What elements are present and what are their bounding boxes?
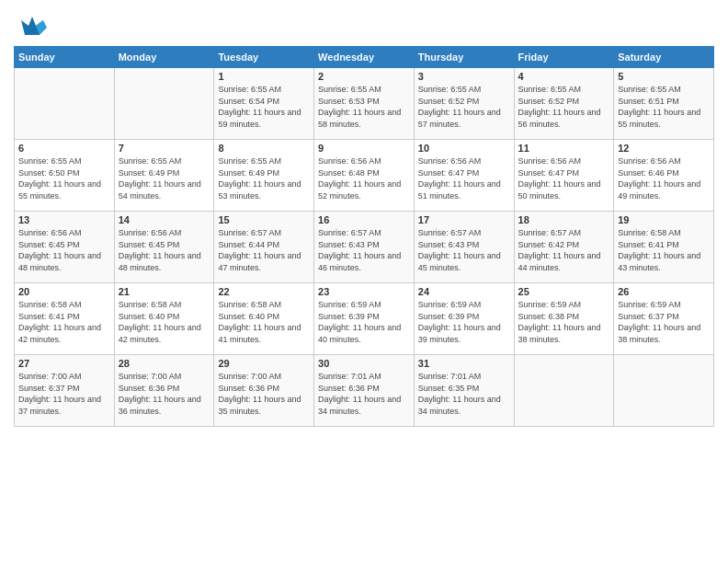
day-number: 5 — [618, 71, 710, 82]
calendar-table: SundayMondayTuesdayWednesdayThursdayFrid… — [14, 46, 714, 427]
day-number: 8 — [218, 143, 310, 154]
day-number: 17 — [418, 214, 510, 225]
sunset-text: Sunset: 6:53 PM — [318, 96, 410, 108]
sunset-text: Sunset: 6:36 PM — [119, 383, 210, 395]
calendar-cell: 8Sunrise: 6:55 AMSunset: 6:49 PMDaylight… — [214, 140, 314, 212]
calendar-cell — [15, 68, 115, 140]
calendar-cell — [114, 68, 214, 140]
logo-icon — [17, 9, 47, 39]
day-info: Sunrise: 6:55 AMSunset: 6:52 PMDaylight:… — [418, 84, 510, 130]
calendar-cell: 15Sunrise: 6:57 AMSunset: 6:44 PMDayligh… — [214, 212, 314, 283]
sunset-text: Sunset: 6:41 PM — [618, 239, 710, 251]
daylight-text: Daylight: 11 hours and 50 minutes. — [518, 178, 610, 201]
sunset-text: Sunset: 6:46 PM — [618, 167, 710, 179]
calendar-cell: 9Sunrise: 6:56 AMSunset: 6:48 PMDaylight… — [314, 140, 415, 212]
sunset-text: Sunset: 6:52 PM — [518, 96, 610, 108]
day-number: 31 — [418, 358, 510, 369]
day-number: 25 — [518, 286, 610, 297]
header-tuesday: Tuesday — [214, 47, 314, 68]
sunset-text: Sunset: 6:50 PM — [18, 167, 110, 179]
calendar-cell: 1Sunrise: 6:55 AMSunset: 6:54 PMDaylight… — [214, 68, 314, 140]
calendar-cell: 11Sunrise: 6:56 AMSunset: 6:47 PMDayligh… — [514, 140, 614, 212]
daylight-text: Daylight: 11 hours and 58 minutes. — [318, 107, 410, 130]
calendar-cell: 16Sunrise: 6:57 AMSunset: 6:43 PMDayligh… — [314, 212, 415, 283]
calendar-cell: 3Sunrise: 6:55 AMSunset: 6:52 PMDaylight… — [414, 68, 514, 140]
calendar-cell: 6Sunrise: 6:55 AMSunset: 6:50 PMDaylight… — [15, 140, 115, 212]
sunrise-text: Sunrise: 7:00 AM — [18, 371, 110, 383]
logo — [14, 9, 47, 39]
sunrise-text: Sunrise: 7:01 AM — [418, 371, 510, 383]
daylight-text: Daylight: 11 hours and 48 minutes. — [18, 250, 110, 273]
sunrise-text: Sunrise: 6:58 AM — [218, 299, 310, 311]
sunrise-text: Sunrise: 6:56 AM — [18, 227, 110, 239]
daylight-text: Daylight: 11 hours and 37 minutes. — [18, 394, 110, 417]
sunset-text: Sunset: 6:37 PM — [618, 311, 710, 323]
calendar-header-row: SundayMondayTuesdayWednesdayThursdayFrid… — [15, 47, 714, 68]
day-number: 10 — [418, 143, 510, 154]
daylight-text: Daylight: 11 hours and 55 minutes. — [18, 178, 110, 201]
calendar-cell: 28Sunrise: 7:00 AMSunset: 6:36 PMDayligh… — [114, 355, 214, 427]
header-friday: Friday — [514, 47, 614, 68]
day-info: Sunrise: 6:55 AMSunset: 6:51 PMDaylight:… — [618, 84, 710, 130]
day-number: 24 — [418, 286, 510, 297]
day-info: Sunrise: 6:56 AMSunset: 6:46 PMDaylight:… — [618, 155, 710, 201]
day-info: Sunrise: 6:56 AMSunset: 6:45 PMDaylight:… — [18, 227, 110, 273]
day-number: 27 — [18, 358, 110, 369]
sunrise-text: Sunrise: 6:56 AM — [318, 155, 410, 167]
sunset-text: Sunset: 6:37 PM — [18, 383, 110, 395]
sunrise-text: Sunrise: 6:57 AM — [218, 227, 310, 239]
sunset-text: Sunset: 6:47 PM — [518, 167, 610, 179]
daylight-text: Daylight: 11 hours and 53 minutes. — [218, 178, 310, 201]
day-number: 14 — [119, 214, 210, 225]
sunrise-text: Sunrise: 6:57 AM — [318, 227, 410, 239]
page-header — [14, 9, 714, 39]
sunset-text: Sunset: 6:48 PM — [318, 167, 410, 179]
calendar-cell: 22Sunrise: 6:58 AMSunset: 6:40 PMDayligh… — [214, 283, 314, 355]
sunset-text: Sunset: 6:39 PM — [318, 311, 410, 323]
header-saturday: Saturday — [614, 47, 714, 68]
daylight-text: Daylight: 11 hours and 52 minutes. — [318, 178, 410, 201]
sunrise-text: Sunrise: 6:55 AM — [218, 155, 310, 167]
sunset-text: Sunset: 6:36 PM — [218, 383, 310, 395]
daylight-text: Daylight: 11 hours and 49 minutes. — [618, 178, 710, 201]
day-info: Sunrise: 6:58 AMSunset: 6:41 PMDaylight:… — [618, 227, 710, 273]
sunset-text: Sunset: 6:42 PM — [518, 239, 610, 251]
day-info: Sunrise: 6:57 AMSunset: 6:44 PMDaylight:… — [218, 227, 310, 273]
daylight-text: Daylight: 11 hours and 40 minutes. — [318, 322, 410, 345]
day-info: Sunrise: 6:56 AMSunset: 6:47 PMDaylight:… — [418, 155, 510, 201]
day-number: 12 — [618, 143, 710, 154]
sunset-text: Sunset: 6:52 PM — [418, 96, 510, 108]
day-info: Sunrise: 6:58 AMSunset: 6:40 PMDaylight:… — [218, 299, 310, 345]
day-info: Sunrise: 6:57 AMSunset: 6:42 PMDaylight:… — [518, 227, 610, 273]
sunrise-text: Sunrise: 6:55 AM — [18, 155, 110, 167]
sunrise-text: Sunrise: 6:55 AM — [318, 84, 410, 96]
day-number: 15 — [218, 214, 310, 225]
sunrise-text: Sunrise: 6:55 AM — [218, 84, 310, 96]
daylight-text: Daylight: 11 hours and 38 minutes. — [518, 322, 610, 345]
daylight-text: Daylight: 11 hours and 34 minutes. — [318, 394, 410, 417]
calendar-cell: 10Sunrise: 6:56 AMSunset: 6:47 PMDayligh… — [414, 140, 514, 212]
sunset-text: Sunset: 6:43 PM — [318, 239, 410, 251]
day-info: Sunrise: 7:00 AMSunset: 6:36 PMDaylight:… — [218, 371, 310, 417]
sunset-text: Sunset: 6:38 PM — [518, 311, 610, 323]
daylight-text: Daylight: 11 hours and 54 minutes. — [119, 178, 210, 201]
sunrise-text: Sunrise: 6:58 AM — [18, 299, 110, 311]
calendar-cell: 24Sunrise: 6:59 AMSunset: 6:39 PMDayligh… — [414, 283, 514, 355]
daylight-text: Daylight: 11 hours and 38 minutes. — [618, 322, 710, 345]
daylight-text: Daylight: 11 hours and 39 minutes. — [418, 322, 510, 345]
calendar-cell — [514, 355, 614, 427]
calendar-cell: 12Sunrise: 6:56 AMSunset: 6:46 PMDayligh… — [614, 140, 714, 212]
sunrise-text: Sunrise: 6:55 AM — [418, 84, 510, 96]
sunrise-text: Sunrise: 7:00 AM — [119, 371, 210, 383]
calendar-week-4: 20Sunrise: 6:58 AMSunset: 6:41 PMDayligh… — [15, 283, 714, 355]
sunrise-text: Sunrise: 6:59 AM — [518, 299, 610, 311]
sunset-text: Sunset: 6:35 PM — [418, 383, 510, 395]
sunrise-text: Sunrise: 6:59 AM — [418, 299, 510, 311]
sunrise-text: Sunrise: 6:55 AM — [618, 84, 710, 96]
calendar-cell: 14Sunrise: 6:56 AMSunset: 6:45 PMDayligh… — [114, 212, 214, 283]
day-info: Sunrise: 6:57 AMSunset: 6:43 PMDaylight:… — [418, 227, 510, 273]
daylight-text: Daylight: 11 hours and 45 minutes. — [418, 250, 510, 273]
sunrise-text: Sunrise: 7:01 AM — [318, 371, 410, 383]
day-info: Sunrise: 6:55 AMSunset: 6:52 PMDaylight:… — [518, 84, 610, 130]
header-wednesday: Wednesday — [314, 47, 415, 68]
